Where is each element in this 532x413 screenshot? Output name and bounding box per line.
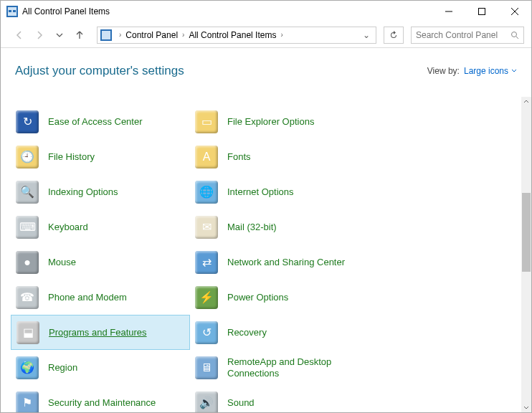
control-panel-item[interactable]: 🖥RemoteApp and Desktop Connections xyxy=(190,350,369,385)
file-explorer-options-icon: ▭ xyxy=(194,110,219,134)
control-panel-item[interactable]: ☎Phone and Modem xyxy=(11,280,190,315)
item-label: Indexing Options xyxy=(48,186,118,198)
phone-modem-icon: ☎ xyxy=(15,285,39,310)
control-panel-grid: ↻Ease of Access Center▭File Explorer Opt… xyxy=(1,97,521,412)
item-label: Mail (32-bit) xyxy=(227,222,277,233)
region-icon: 🌍 xyxy=(15,356,39,380)
recovery-icon: ↺ xyxy=(194,321,219,345)
control-panel-item[interactable]: 🕘File History xyxy=(11,139,190,174)
programs-features-icon: ⬓ xyxy=(16,321,40,345)
item-label: Region xyxy=(48,362,77,374)
maximize-button[interactable] xyxy=(465,1,498,22)
breadcrumb-part[interactable]: Control Panel xyxy=(125,30,178,40)
control-panel-item[interactable]: ⬓Programs and Features xyxy=(11,315,190,350)
item-label: Security and Maintenance xyxy=(48,397,156,409)
control-panel-item[interactable]: ⌨Keyboard xyxy=(11,209,190,245)
mouse-icon: ● xyxy=(15,250,39,275)
scroll-up-button[interactable] xyxy=(521,97,531,107)
scroll-track[interactable] xyxy=(521,107,531,402)
power-options-icon: ⚡ xyxy=(194,285,219,310)
breadcrumb[interactable]: › Control Panel › All Control Panel Item… xyxy=(97,27,376,44)
item-label: File History xyxy=(48,151,95,163)
control-panel-item[interactable]: ⚑Security and Maintenance xyxy=(11,385,190,412)
breadcrumb-part[interactable]: All Control Panel Items xyxy=(189,30,276,40)
file-history-icon: 🕘 xyxy=(15,145,39,169)
control-panel-item[interactable]: AFonts xyxy=(190,139,369,174)
fonts-icon: A xyxy=(194,145,219,169)
search-icon xyxy=(510,31,519,39)
item-label: File Explorer Options xyxy=(227,116,314,128)
scroll-thumb[interactable] xyxy=(522,193,531,272)
item-label: Programs and Features xyxy=(49,327,147,338)
close-button[interactable] xyxy=(498,1,531,22)
network-icon: ⇄ xyxy=(194,250,219,275)
item-label: Phone and Modem xyxy=(48,292,127,303)
control-panel-item[interactable]: ↻Ease of Access Center xyxy=(11,104,190,139)
scrollbar[interactable] xyxy=(521,97,531,412)
navbar: › Control Panel › All Control Panel Item… xyxy=(1,22,531,48)
search-placeholder: Search Control Panel xyxy=(416,30,510,40)
chevron-right-icon[interactable]: › xyxy=(179,31,187,39)
control-panel-item[interactable]: ✉Mail (32-bit) xyxy=(190,209,369,245)
back-button[interactable] xyxy=(11,27,28,44)
mail-icon: ✉ xyxy=(194,215,219,239)
chevron-right-icon[interactable]: › xyxy=(277,31,285,39)
minimize-button[interactable] xyxy=(432,1,465,22)
control-panel-item[interactable]: 🌐Internet Options xyxy=(190,174,369,209)
window-title: All Control Panel Items xyxy=(22,6,432,16)
control-panel-item[interactable]: ⚡Power Options xyxy=(190,280,369,315)
item-label: Sound xyxy=(227,397,255,409)
item-label: Recovery xyxy=(227,327,267,338)
content-header: Adjust your computer's settings View by:… xyxy=(1,48,531,84)
item-label: Keyboard xyxy=(48,222,88,233)
svg-rect-3 xyxy=(13,10,16,12)
item-label: RemoteApp and Desktop Connections xyxy=(227,356,365,379)
svg-rect-5 xyxy=(479,9,485,15)
chevron-down-icon xyxy=(511,68,517,74)
viewby-label: View by: xyxy=(427,66,460,76)
viewby-dropdown[interactable]: Large icons xyxy=(464,66,517,76)
item-label: Internet Options xyxy=(227,186,294,198)
item-label: Power Options xyxy=(227,292,288,303)
item-label: Ease of Access Center xyxy=(48,116,143,128)
control-panel-item[interactable]: ●Mouse xyxy=(11,245,190,280)
search-input[interactable]: Search Control Panel xyxy=(411,27,524,44)
forward-button[interactable] xyxy=(31,27,48,44)
control-panel-item[interactable]: 🔊Sound xyxy=(190,385,369,412)
remoteapp-icon: 🖥 xyxy=(194,356,219,380)
internet-options-icon: 🌐 xyxy=(194,180,219,204)
page-title: Adjust your computer's settings xyxy=(15,64,427,78)
control-panel-item[interactable]: 🔍Indexing Options xyxy=(11,174,190,209)
control-panel-icon xyxy=(6,6,18,17)
keyboard-icon: ⌨ xyxy=(15,215,39,239)
up-button[interactable] xyxy=(71,27,88,44)
scroll-down-button[interactable] xyxy=(521,402,531,412)
item-label: Network and Sharing Center xyxy=(227,257,345,268)
refresh-button[interactable] xyxy=(384,27,404,44)
svg-line-11 xyxy=(516,37,518,39)
chevron-down-icon[interactable]: ⌄ xyxy=(360,30,373,40)
control-panel-item[interactable]: 🌍Region xyxy=(11,350,190,385)
svg-rect-2 xyxy=(9,10,11,12)
security-maintenance-icon: ⚑ xyxy=(15,391,39,413)
control-panel-item[interactable]: ▭File Explorer Options xyxy=(190,104,369,139)
chevron-right-icon[interactable]: › xyxy=(116,31,124,39)
item-label: Fonts xyxy=(227,151,251,163)
breadcrumb-icon xyxy=(100,29,112,41)
titlebar: All Control Panel Items xyxy=(1,1,531,22)
ease-of-access-icon: ↻ xyxy=(15,110,39,134)
control-panel-item[interactable]: ↺Recovery xyxy=(190,315,369,350)
indexing-options-icon: 🔍 xyxy=(15,180,39,204)
recent-locations-button[interactable] xyxy=(51,27,68,44)
sound-icon: 🔊 xyxy=(194,391,219,413)
item-label: Mouse xyxy=(48,257,76,268)
svg-rect-9 xyxy=(102,31,110,39)
control-panel-item[interactable]: ⇄Network and Sharing Center xyxy=(190,245,369,280)
svg-point-10 xyxy=(512,32,517,37)
